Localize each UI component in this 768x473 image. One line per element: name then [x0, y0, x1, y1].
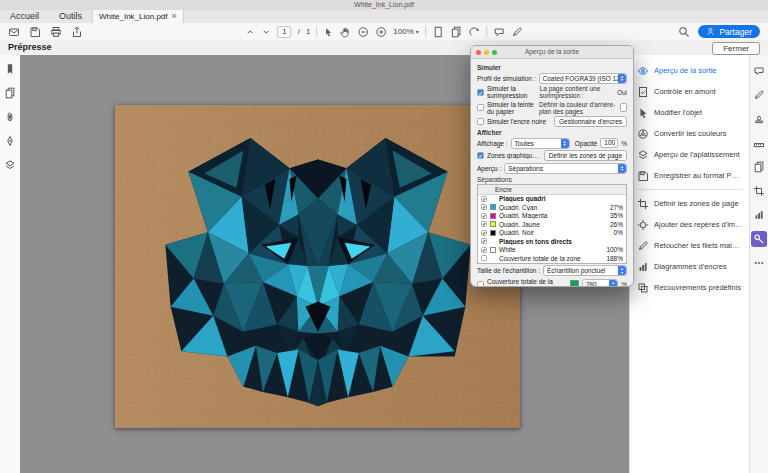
pen-annotate-icon[interactable]: [511, 26, 523, 38]
tac-value-select[interactable]: 280 ▴▾: [582, 279, 619, 287]
ink-checkbox[interactable]: ✓: [481, 230, 487, 236]
separation-row[interactable]: ✓ Quadri. Jaune 26%: [478, 220, 626, 229]
opacity-input[interactable]: 100: [600, 138, 618, 148]
print-icon[interactable]: [50, 26, 62, 38]
zoom-level-select[interactable]: 100% ▾: [393, 27, 418, 36]
organize-pages-tool-icon[interactable]: [751, 159, 767, 175]
toolbar-divider: [316, 26, 317, 37]
simulation-profile-select[interactable]: Coated FOGRA39 (ISO 12647-2:2004) ▴▾: [539, 73, 627, 84]
tool-flattener-preview[interactable]: Aperçu de l'aplatissement: [630, 144, 750, 165]
comment-tool-icon[interactable]: [751, 63, 767, 79]
simulate-section-label: Simuler: [477, 64, 627, 71]
page-separator: /: [298, 27, 300, 36]
total-area-coverage-checkbox[interactable]: [477, 281, 484, 287]
mode-title: Prépresse: [8, 40, 52, 55]
minimize-window-icon[interactable]: [484, 50, 489, 55]
ink-checkbox[interactable]: ✓: [481, 238, 487, 244]
separation-row[interactable]: ✓ Plaques en tons directs: [478, 237, 626, 246]
tool-set-page-boxes[interactable]: Définir les zones de page: [630, 193, 750, 214]
previous-page-icon[interactable]: [245, 27, 255, 37]
separation-row[interactable]: Couverture totale de la zone 188%: [478, 254, 626, 263]
menu-home[interactable]: Accueil: [0, 10, 49, 23]
tool-ink-coverage[interactable]: Diagrammes d'encres: [630, 256, 750, 277]
separation-row[interactable]: ✓ White 100%: [478, 246, 626, 255]
tool-save-pdfx[interactable]: Enregistrer au format PDF/X: [630, 165, 750, 186]
hand-tool-icon[interactable]: [339, 26, 351, 38]
print-production-tool-icon[interactable]: [751, 231, 767, 247]
comment-icon[interactable]: [493, 26, 505, 38]
separation-row[interactable]: ✓ Quadri. Cyan 27%: [478, 203, 626, 212]
tool-edit-object[interactable]: Modifier l'objet: [630, 102, 750, 123]
page-background-color-well[interactable]: [620, 103, 627, 112]
pen-icon: [637, 240, 649, 252]
mail-icon[interactable]: [8, 26, 20, 38]
bookmarks-icon[interactable]: [4, 63, 16, 75]
opacity-unit: %: [621, 140, 627, 147]
menu-tools[interactable]: Outils: [49, 10, 92, 23]
save-icon[interactable]: [29, 26, 41, 38]
signatures-icon[interactable]: [4, 135, 16, 147]
zoom-out-icon[interactable]: [357, 26, 369, 38]
tool-output-preview[interactable]: Aperçu de la sortie: [630, 60, 750, 81]
output-preview-dialog[interactable]: Aperçu de la sortie Simuler Profil de si…: [470, 45, 634, 287]
single-page-view-icon[interactable]: [432, 26, 444, 38]
tool-convert-colors[interactable]: Convertir les couleurs: [630, 123, 750, 144]
display-select[interactable]: Toutes ▴▾: [511, 138, 570, 149]
page-layout-icon[interactable]: [450, 26, 462, 38]
ink-checkbox[interactable]: [481, 255, 487, 261]
rotate-view-icon[interactable]: [468, 26, 480, 38]
edit-tool-icon[interactable]: [751, 87, 767, 103]
share-button[interactable]: Partager: [698, 25, 760, 38]
separation-row[interactable]: ✓ Quadri. Magenta 35%: [478, 212, 626, 221]
preview-label: Aperçu :: [477, 165, 501, 172]
search-icon[interactable]: [678, 26, 690, 38]
ink-checkbox[interactable]: ✓: [481, 221, 487, 227]
attachments-icon[interactable]: [4, 111, 16, 123]
close-mode-button[interactable]: Fermer: [712, 42, 760, 55]
low-poly-tiger-artwork: [158, 131, 478, 408]
crop-tool-icon[interactable]: [751, 183, 767, 199]
document-tab[interactable]: White_Ink_Lion.pdf ×: [92, 10, 184, 23]
doc-check-icon: [637, 86, 649, 98]
zoom-in-icon[interactable]: [375, 26, 387, 38]
stamp-tool-icon[interactable]: [751, 111, 767, 127]
tool-label: Modifier l'objet: [654, 108, 702, 117]
page-number-input[interactable]: 1: [277, 26, 291, 38]
close-window-icon[interactable]: [476, 50, 481, 55]
page-boxes-checkbox[interactable]: ✓: [477, 152, 484, 159]
separation-row[interactable]: ✓ Plaques quadri: [478, 195, 626, 204]
select-arrows-icon: ▴▾: [561, 139, 569, 148]
ink-chart-tool-icon[interactable]: [751, 207, 767, 223]
page-thumbnails-icon[interactable]: [4, 87, 16, 99]
share-export-icon[interactable]: [71, 26, 83, 38]
next-page-icon[interactable]: [261, 27, 271, 37]
tool-preflight[interactable]: Contrôle en amont: [630, 81, 750, 102]
set-page-boxes-button[interactable]: Définir les zones de page: [544, 150, 627, 161]
chevron-down-icon: ▾: [416, 28, 419, 35]
sample-size-select[interactable]: Échantillon ponctuel ▴▾: [543, 265, 627, 276]
select-tool-icon[interactable]: [323, 27, 333, 37]
ink-manager-button[interactable]: Gestionnaire d'encres: [554, 116, 627, 127]
tool-label: Enregistrer au format PDF/X: [654, 171, 743, 180]
tool-add-printer-marks[interactable]: Ajouter des repères d'impression: [630, 214, 750, 235]
tool-label: Aperçu de la sortie: [654, 66, 717, 75]
tool-fix-hairlines[interactable]: Retoucher les filets maigres: [630, 235, 750, 256]
dialog-titlebar[interactable]: Aperçu de la sortie: [471, 46, 633, 59]
separation-row[interactable]: ✓ Quadri. Noir 0%: [478, 229, 626, 238]
ink-checkbox[interactable]: ✓: [481, 247, 487, 253]
ink-checkbox[interactable]: ✓: [481, 204, 487, 210]
ink-percentage: 27%: [607, 204, 623, 211]
ink-checkbox[interactable]: ✓: [481, 196, 487, 202]
layers-icon[interactable]: [4, 159, 16, 171]
zoom-window-icon[interactable]: [492, 50, 497, 55]
more-tools-icon[interactable]: [751, 255, 767, 271]
simulate-black-ink-checkbox[interactable]: [477, 118, 484, 125]
page-background-label: Définir la couleur d'arrière-plan des pa…: [539, 101, 617, 115]
tab-close-icon[interactable]: ×: [172, 10, 177, 23]
ink-checkbox[interactable]: ✓: [481, 213, 487, 219]
measure-tool-icon[interactable]: [751, 135, 767, 151]
simulate-paper-checkbox[interactable]: [477, 104, 484, 111]
simulate-overprint-checkbox[interactable]: ✓: [477, 89, 484, 96]
preview-mode-select[interactable]: Séparations ▴▾: [504, 163, 627, 174]
tool-trap-presets[interactable]: Recouvrements prédéfinis: [630, 277, 750, 298]
